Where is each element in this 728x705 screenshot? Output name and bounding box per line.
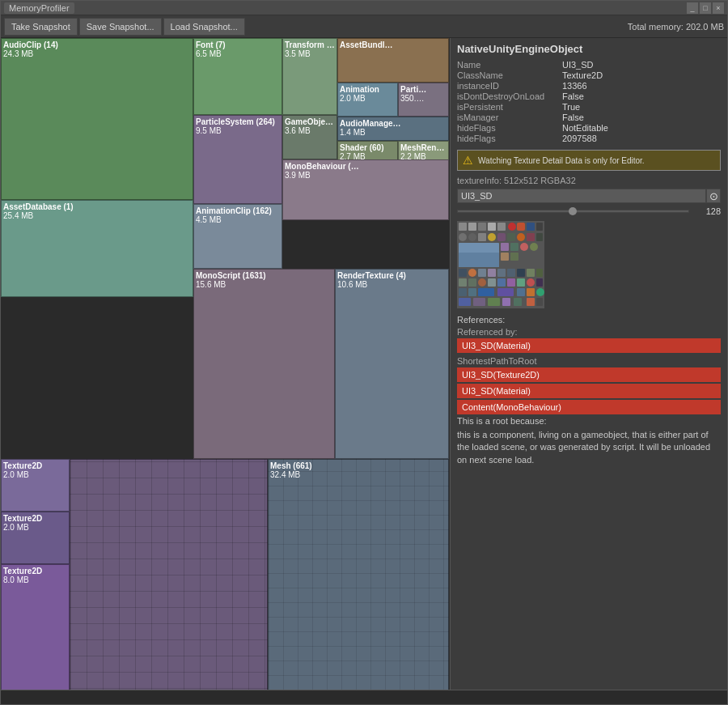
shortest-path-button[interactable]: UI3_SD(Texture2D) [457,367,721,382]
property-key: instanceID [457,81,562,91]
svg-point-43 [527,278,535,287]
treemap-cell-texture2d-1[interactable]: Texture2D2.0 MB [1,459,70,512]
treemap-cell-gameobject[interactable]: GameObject (…3.6 MB [282,115,337,159]
svg-rect-17 [527,233,535,241]
treemap[interactable]: AudioClip (14)24.3 MBFont (7)6.5 MBTrans… [1,38,450,690]
treemap-cell-monobehaviour[interactable]: MonoBehaviour (…3.9 MB [282,159,449,220]
property-value: UI3_SD [562,60,594,70]
texture-svg [457,221,544,308]
treemap-cell-size: 3.6 MB [285,126,335,135]
treemap-cell-particlesystem[interactable]: ParticleSystem (264)9.5 MB [193,115,282,204]
treemap-cell-size: 24.3 MB [3,49,191,58]
treemap-cell-audiomanager[interactable]: AudioManage…1.4 MB [337,117,449,141]
warning-box: ⚠ Watching Texture Detail Data is only f… [457,150,721,171]
property-row: NameUI3_SD [457,60,721,70]
main-content: AudioClip (14)24.3 MBFont (7)6.5 MBTrans… [1,38,727,690]
svg-rect-7 [517,223,525,231]
treemap-cell-monoscript[interactable]: MonoScript (1631)15.6 MB [193,269,335,459]
shortest-path-list: UI3_SD(Texture2D)UI3_SD(Material)Content… [457,367,721,414]
texture-info: textureInfo: 512x512 RGBA32 [457,176,721,185]
treemap-cell-transform[interactable]: Transform (1…3.5 MB [282,38,337,115]
svg-rect-47 [478,288,494,296]
svg-rect-29 [478,269,486,277]
close-button[interactable]: × [713,2,724,14]
treemap-cell-mesh[interactable]: Mesh (661)32.4 MB [268,459,449,690]
property-value: False [562,113,584,122]
treemap-cell-font[interactable]: Font (7)6.5 MB [193,38,282,115]
svg-rect-3 [478,223,486,231]
svg-point-16 [517,233,525,241]
treemap-cell-name: Transform (1… [285,40,335,49]
property-key: Name [457,60,562,70]
treemap-cell-size: 2.0 MB [3,470,67,479]
svg-point-28 [468,269,476,277]
property-value: NotEditable [562,123,608,133]
right-panel: NativeUnityEngineObject NameUI3_SDClassN… [450,38,727,690]
treemap-cell-texture2d-2[interactable]: Texture2D2.0 MB [1,512,70,564]
treemap-cell-name: AssetDatabase (1) [3,202,191,211]
svg-point-22 [520,243,528,251]
svg-rect-2 [468,223,476,231]
toolbar: Take Snapshot Save Snapshot... Load Snap… [1,15,727,38]
svg-rect-49 [517,288,525,296]
shortest-path-button[interactable]: UI3_SD(Material) [457,384,721,398]
property-row: hideFlagsNotEditable [457,123,721,133]
svg-point-51 [536,288,544,296]
svg-rect-42 [517,278,525,287]
treemap-cell-animationclip[interactable]: AnimationClip (162)4.5 MB [193,204,282,269]
load-snapshot-button[interactable]: Load Snapshot... [163,18,245,36]
svg-point-10 [459,233,467,241]
property-row: ClassNameTexture2D [457,70,721,80]
treemap-cell-size: 350.… [400,94,447,103]
minimize-button[interactable]: _ [687,2,698,14]
treemap-cell-size: 4.5 MB [196,215,280,224]
property-value: 2097588 [562,134,597,143]
property-table: NameUI3_SDClassNameTexture2DinstanceID13… [457,60,721,143]
treemap-cell-parti[interactable]: Parti…350.… [398,83,449,117]
treemap-cell-name: MonoBehaviour (… [285,162,447,171]
maximize-button[interactable]: □ [700,2,711,14]
treemap-cell-name: ParticleSystem (264) [196,117,280,126]
save-snapshot-button[interactable]: Save Snapshot... [79,18,162,36]
texture-name-input[interactable] [457,189,706,203]
treemap-cell-texture2d-grid[interactable] [70,459,268,690]
svg-rect-46 [468,288,476,296]
treemap-cell-assetdatabase[interactable]: AssetDatabase (1)25.4 MB [1,200,193,297]
title-bar-right: _ □ × [687,2,724,14]
svg-rect-25 [501,253,509,261]
referenced-by-list: UI3_SD(Material) [457,338,721,353]
app-window: MemoryProfiler _ □ × Take Snapshot Save … [0,0,728,705]
referenced-by-button[interactable]: UI3_SD(Material) [457,338,721,353]
svg-rect-12 [478,233,486,241]
svg-point-6 [508,223,516,231]
svg-rect-32 [507,269,515,277]
shortest-path-button[interactable]: Content(MonoBehaviour) [457,400,721,414]
svg-rect-57 [527,298,535,306]
object-title: NativeUnityEngineObject [457,43,721,55]
svg-rect-34 [527,269,535,277]
treemap-cell-name: AssetBundl… [340,40,447,49]
property-value: False [562,91,584,101]
title-label: MemoryProfiler [4,2,74,14]
take-snapshot-button[interactable]: Take Snapshot [4,18,78,36]
treemap-cell-assetbundle[interactable]: AssetBundl… [337,38,449,83]
total-memory-label: Total memory: 202.0 MB [628,22,724,32]
svg-rect-31 [497,269,506,277]
svg-rect-53 [473,298,485,306]
treemap-cell-name: AudioClip (14) [3,40,191,49]
treemap-cell-animation[interactable]: Animation2.0 MB [337,83,398,117]
treemap-cell-audioclip[interactable]: AudioClip (14)24.3 MB [1,38,193,200]
svg-rect-9 [536,223,543,231]
svg-point-13 [488,233,496,241]
property-row: instanceID13366 [457,81,721,91]
treemap-cell-rendertexture[interactable]: RenderTexture (4)10.6 MB [335,269,449,459]
treemap-cell-size: 25.4 MB [3,211,191,220]
texture-size-slider[interactable] [457,210,689,213]
treemap-cell-size: 2.0 MB [340,94,396,103]
property-row: isManagerFalse [457,113,721,122]
treemap-cell-texture2d-3[interactable]: Texture2D8.0 MB [1,564,70,690]
referenced-by-label: Referenced by: [457,327,721,337]
svg-rect-45 [459,288,467,296]
texture-search-button[interactable]: ⊙ [706,189,721,203]
treemap-cell-size: 1.4 MB [340,128,447,137]
